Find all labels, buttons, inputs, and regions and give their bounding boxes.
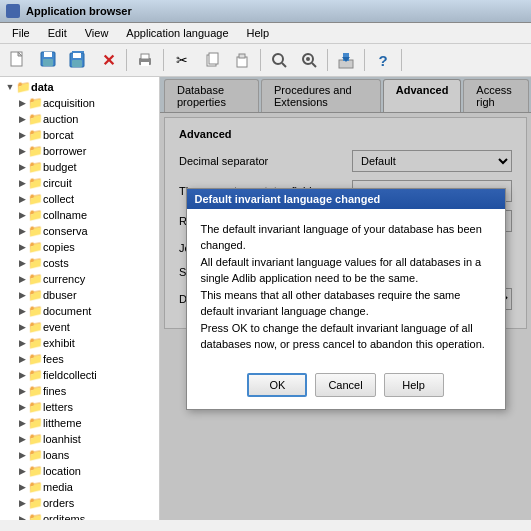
help-toolbar-button[interactable]: ? bbox=[369, 47, 397, 73]
tree-item-borcat[interactable]: ▶ 📁 borcat bbox=[14, 127, 157, 143]
tree-item-loanhist[interactable]: ▶ 📁 loanhist bbox=[14, 431, 157, 447]
cut-button[interactable]: ✂ bbox=[168, 47, 196, 73]
modal-title: Default invariant language changed bbox=[187, 189, 505, 209]
expander-dbuser[interactable]: ▶ bbox=[16, 289, 28, 301]
expander-fines[interactable]: ▶ bbox=[16, 385, 28, 397]
tree-item-collname[interactable]: ▶ 📁 collname bbox=[14, 207, 157, 223]
export-button[interactable] bbox=[332, 47, 360, 73]
tree-item-auction[interactable]: ▶ 📁 auction bbox=[14, 111, 157, 127]
expander-acquisition[interactable]: ▶ bbox=[16, 97, 28, 109]
tree-item-fees[interactable]: ▶ 📁 fees bbox=[14, 351, 157, 367]
toolbar-sep-2 bbox=[163, 49, 164, 71]
modal-overlay: Default invariant language changed The d… bbox=[160, 77, 531, 520]
label-auction: auction bbox=[43, 113, 78, 125]
expander-orders[interactable]: ▶ bbox=[16, 497, 28, 509]
folder-icon-media: 📁 bbox=[28, 480, 43, 494]
expander-costs[interactable]: ▶ bbox=[16, 257, 28, 269]
print-button[interactable] bbox=[131, 47, 159, 73]
tree-item-borrower[interactable]: ▶ 📁 borrower bbox=[14, 143, 157, 159]
tree-item-fieldcollecti[interactable]: ▶ 📁 fieldcollecti bbox=[14, 367, 157, 383]
tree-item-event[interactable]: ▶ 📁 event bbox=[14, 319, 157, 335]
modal-help-button[interactable]: Help bbox=[384, 373, 444, 397]
tree-item-media[interactable]: ▶ 📁 media bbox=[14, 479, 157, 495]
new-button[interactable] bbox=[4, 47, 32, 73]
tree-item-budget[interactable]: ▶ 📁 budget bbox=[14, 159, 157, 175]
menu-help[interactable]: Help bbox=[239, 25, 278, 41]
menu-edit[interactable]: Edit bbox=[40, 25, 75, 41]
expander-letters[interactable]: ▶ bbox=[16, 401, 28, 413]
label-event: event bbox=[43, 321, 70, 333]
expander-exhibit[interactable]: ▶ bbox=[16, 337, 28, 349]
menu-view[interactable]: View bbox=[77, 25, 117, 41]
tree-item-collect[interactable]: ▶ 📁 collect bbox=[14, 191, 157, 207]
tree-item-orditems[interactable]: ▶ 📁 orditems bbox=[14, 511, 157, 520]
expander-auction[interactable]: ▶ bbox=[16, 113, 28, 125]
modal-ok-button[interactable]: OK bbox=[247, 373, 307, 397]
expander-fees[interactable]: ▶ bbox=[16, 353, 28, 365]
expander-media[interactable]: ▶ bbox=[16, 481, 28, 493]
expander-borrower[interactable]: ▶ bbox=[16, 145, 28, 157]
save-button[interactable] bbox=[34, 47, 62, 73]
tree-root-item[interactable]: ▼ 📁 data bbox=[2, 79, 157, 95]
tree-item-dbuser[interactable]: ▶ 📁 dbuser bbox=[14, 287, 157, 303]
title-bar: Application browser bbox=[0, 0, 531, 23]
expander-document[interactable]: ▶ bbox=[16, 305, 28, 317]
folder-icon-fees: 📁 bbox=[28, 352, 43, 366]
sidebar-tree: ▼ 📁 data ▶ 📁 acquisition ▶ 📁 auction ▶ bbox=[0, 77, 160, 520]
expander-copies[interactable]: ▶ bbox=[16, 241, 28, 253]
tree-item-conserva[interactable]: ▶ 📁 conserva bbox=[14, 223, 157, 239]
tree-expander-root[interactable]: ▼ bbox=[4, 81, 16, 93]
svg-rect-9 bbox=[141, 54, 149, 59]
svg-line-16 bbox=[282, 63, 286, 67]
expander-borcat[interactable]: ▶ bbox=[16, 129, 28, 141]
folder-icon-acquisition: 📁 bbox=[28, 96, 43, 110]
search-button[interactable] bbox=[265, 47, 293, 73]
svg-point-18 bbox=[306, 57, 310, 61]
tree-item-copies[interactable]: ▶ 📁 copies bbox=[14, 239, 157, 255]
window-title: Application browser bbox=[26, 5, 132, 17]
tree-item-letters[interactable]: ▶ 📁 letters bbox=[14, 399, 157, 415]
delete-button[interactable]: ✕ bbox=[94, 47, 122, 73]
label-conserva: conserva bbox=[43, 225, 88, 237]
tree-item-costs[interactable]: ▶ 📁 costs bbox=[14, 255, 157, 271]
expander-conserva[interactable]: ▶ bbox=[16, 225, 28, 237]
label-acquisition: acquisition bbox=[43, 97, 95, 109]
expander-location[interactable]: ▶ bbox=[16, 465, 28, 477]
tree-item-orders[interactable]: ▶ 📁 orders bbox=[14, 495, 157, 511]
expander-orditems[interactable]: ▶ bbox=[16, 513, 28, 520]
save-all-button[interactable] bbox=[64, 47, 92, 73]
copy-button[interactable] bbox=[198, 47, 226, 73]
expander-fieldcollecti[interactable]: ▶ bbox=[16, 369, 28, 381]
tree-item-littheme[interactable]: ▶ 📁 littheme bbox=[14, 415, 157, 431]
browse-button[interactable] bbox=[295, 47, 323, 73]
tree-item-acquisition[interactable]: ▶ 📁 acquisition bbox=[14, 95, 157, 111]
expander-loanhist[interactable]: ▶ bbox=[16, 433, 28, 445]
modal-cancel-button[interactable]: Cancel bbox=[315, 373, 375, 397]
expander-circuit[interactable]: ▶ bbox=[16, 177, 28, 189]
expander-event[interactable]: ▶ bbox=[16, 321, 28, 333]
tree-root: ▼ 📁 data ▶ 📁 acquisition ▶ 📁 auction ▶ bbox=[0, 77, 159, 520]
tree-item-circuit[interactable]: ▶ 📁 circuit bbox=[14, 175, 157, 191]
expander-collname[interactable]: ▶ bbox=[16, 209, 28, 221]
tree-item-exhibit[interactable]: ▶ 📁 exhibit bbox=[14, 335, 157, 351]
tree-item-loans[interactable]: ▶ 📁 loans bbox=[14, 447, 157, 463]
expander-loans[interactable]: ▶ bbox=[16, 449, 28, 461]
folder-icon-costs: 📁 bbox=[28, 256, 43, 270]
menu-app-language[interactable]: Application language bbox=[118, 25, 236, 41]
tree-item-document[interactable]: ▶ 📁 document bbox=[14, 303, 157, 319]
tree-item-location[interactable]: ▶ 📁 location bbox=[14, 463, 157, 479]
expander-collect[interactable]: ▶ bbox=[16, 193, 28, 205]
toolbar-sep-4 bbox=[327, 49, 328, 71]
expander-littheme[interactable]: ▶ bbox=[16, 417, 28, 429]
tree-item-currency[interactable]: ▶ 📁 currency bbox=[14, 271, 157, 287]
menu-file[interactable]: File bbox=[4, 25, 38, 41]
paste-button[interactable] bbox=[228, 47, 256, 73]
label-loanhist: loanhist bbox=[43, 433, 81, 445]
expander-currency[interactable]: ▶ bbox=[16, 273, 28, 285]
content-area: Database properties Procedures and Exten… bbox=[160, 77, 531, 520]
tree-item-fines[interactable]: ▶ 📁 fines bbox=[14, 383, 157, 399]
folder-icon-conserva: 📁 bbox=[28, 224, 43, 238]
folder-icon-copies: 📁 bbox=[28, 240, 43, 254]
folder-icon-orders: 📁 bbox=[28, 496, 43, 510]
expander-budget[interactable]: ▶ bbox=[16, 161, 28, 173]
